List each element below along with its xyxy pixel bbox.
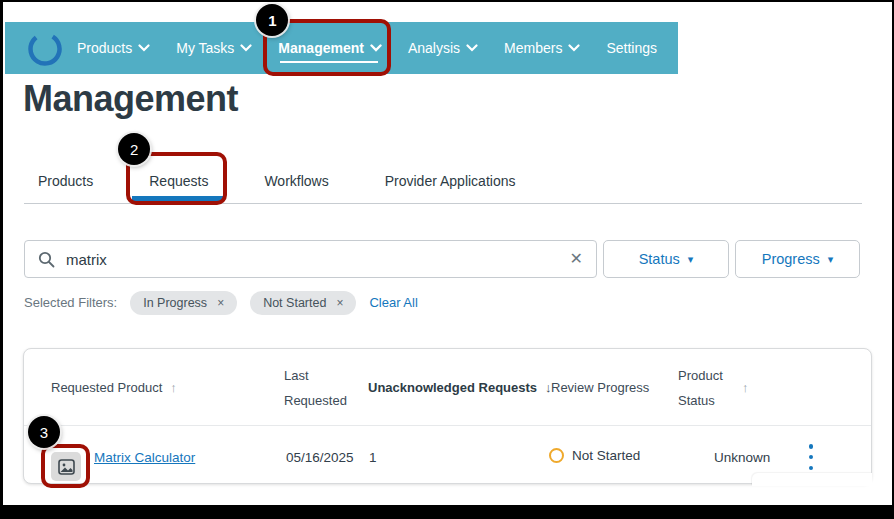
tab-label: Provider Applications [385, 173, 516, 189]
tab-products[interactable]: Products [21, 158, 110, 203]
product-image-icon[interactable] [51, 452, 81, 481]
chip-label: Not Started [263, 296, 326, 310]
product-link[interactable]: Matrix Calculator [94, 450, 195, 465]
column-header-product-status[interactable]: Product Status ↑ [678, 349, 749, 426]
not-started-status-icon [549, 448, 564, 463]
search-icon [38, 251, 55, 268]
status-filter-label: Status [639, 251, 680, 267]
requests-table: Requested Product ↑ Last Requested Unack… [23, 348, 872, 484]
caret-down-icon: ▾ [828, 254, 834, 265]
tab-bar: Products Requests 2 Workflows Provider A… [21, 158, 532, 203]
active-tab-underline [132, 196, 225, 201]
tab-label: Workflows [264, 173, 328, 189]
active-nav-underline [280, 61, 378, 63]
frame-border-bottom [0, 505, 894, 519]
chevron-down-icon [370, 44, 382, 52]
product-thumbnail-wrap: 3 [51, 452, 81, 481]
nav-item-label: Analysis [408, 40, 460, 56]
nav-item-label: Products [77, 40, 132, 56]
column-label: Last Requested [284, 363, 356, 413]
chevron-down-icon [240, 44, 252, 52]
clear-all-link[interactable]: Clear All [369, 295, 417, 310]
selected-filters-label: Selected Filters: [24, 295, 117, 310]
tab-workflows[interactable]: Workflows [247, 158, 345, 203]
table-header-row: Requested Product ↑ Last Requested Unack… [24, 349, 871, 426]
column-label: Unacknowledged Requests [368, 380, 537, 395]
review-progress-cell: Not Started [549, 448, 640, 463]
frame-border-top [0, 0, 894, 2]
sort-asc-icon: ↑ [742, 380, 749, 395]
nav-item-label: My Tasks [176, 40, 234, 56]
page-title: Management [23, 78, 238, 120]
chevron-down-icon [568, 44, 580, 52]
column-label: Product Status [678, 363, 734, 413]
row-options-kebab-menu-icon[interactable] [803, 444, 819, 470]
callout-badge-3: 3 [28, 416, 60, 448]
callout-number: 3 [40, 424, 48, 441]
tab-label: Requests [149, 173, 208, 189]
nav-item-settings[interactable]: Settings [606, 22, 657, 74]
product-status-value: Unknown [714, 450, 770, 465]
status-filter-button[interactable]: Status ▾ [603, 240, 729, 278]
frame-border-left [0, 0, 3, 519]
kebab-dot [809, 455, 814, 460]
nav-item-analysis[interactable]: Analysis [408, 22, 478, 74]
tab-label: Products [38, 173, 93, 189]
nav-item-my-tasks[interactable]: My Tasks [176, 22, 252, 74]
column-header-review-progress[interactable]: Review Progress [551, 349, 649, 426]
search-clear-icon[interactable]: ✕ [570, 251, 583, 267]
callout-badge-1: 1 [256, 4, 288, 36]
column-header-unacknowledged-requests[interactable]: Unacknowledged Requests ↓ [368, 349, 552, 426]
screenshot-frame: Products My Tasks Management 1 [0, 0, 894, 519]
callout-number: 2 [130, 141, 138, 158]
nav-item-label: Members [504, 40, 562, 56]
chevron-down-icon [138, 44, 150, 52]
nav-items: Products My Tasks Management 1 [77, 22, 657, 74]
column-label: Review Progress [551, 380, 649, 395]
chip-remove-icon[interactable]: × [336, 296, 343, 310]
callout-badge-2: 2 [118, 133, 150, 165]
chevron-down-icon [466, 44, 478, 52]
tab-requests[interactable]: Requests 2 [132, 158, 225, 203]
unacknowledged-count: 1 [369, 450, 377, 465]
review-progress-value: Not Started [572, 448, 640, 463]
tab-provider-applications[interactable]: Provider Applications [368, 158, 533, 203]
nav-item-members[interactable]: Members [504, 22, 580, 74]
column-header-last-requested[interactable]: Last Requested [284, 349, 356, 426]
column-header-requested-product[interactable]: Requested Product ↑ [51, 349, 177, 426]
nav-item-management[interactable]: Management 1 [278, 22, 382, 74]
kebab-dot [809, 466, 814, 471]
last-requested-value: 05/16/2025 [286, 450, 354, 465]
chip-label: In Progress [143, 296, 207, 310]
nav-item-label: Management [278, 40, 364, 56]
horizontal-scrollbar[interactable] [752, 473, 872, 486]
chip-remove-icon[interactable]: × [217, 296, 224, 310]
column-label: Requested Product [51, 380, 162, 395]
selected-filters-row: Selected Filters: In Progress × Not Star… [24, 290, 418, 315]
callout-number: 1 [268, 12, 276, 29]
tabs-divider [24, 203, 862, 204]
search-box: ✕ [24, 240, 597, 278]
search-input[interactable] [66, 251, 570, 268]
nav-item-products[interactable]: Products [77, 22, 150, 74]
filter-chip-not-started[interactable]: Not Started × [250, 291, 356, 315]
progress-filter-button[interactable]: Progress ▾ [735, 240, 860, 278]
filter-chip-in-progress[interactable]: In Progress × [130, 291, 237, 315]
image-icon [58, 459, 75, 475]
sort-asc-icon: ↑ [170, 380, 177, 395]
nav-item-label: Settings [606, 40, 657, 56]
caret-down-icon: ▾ [688, 254, 694, 265]
progress-filter-label: Progress [762, 251, 820, 267]
app-logo-spinner-icon[interactable] [25, 28, 65, 68]
kebab-dot [809, 444, 814, 449]
top-navbar: Products My Tasks Management 1 [5, 22, 678, 74]
